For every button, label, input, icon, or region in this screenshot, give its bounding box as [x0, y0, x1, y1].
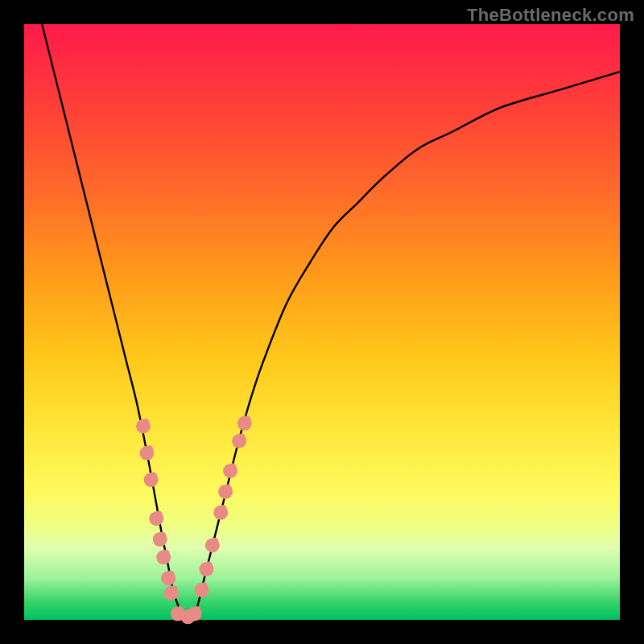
- chart-plot-area: [24, 24, 620, 620]
- chart-frame: TheBottleneck.com: [0, 0, 644, 644]
- marker-dot-small: [193, 606, 200, 613]
- marker-dot-small: [211, 538, 218, 545]
- marker-dot-small: [170, 585, 177, 592]
- marker-dot-small: [142, 419, 150, 426]
- bottleneck-curve: [42, 24, 620, 621]
- marker-dot-small: [229, 464, 237, 471]
- watermark-text: TheBottleneck.com: [467, 5, 634, 26]
- marker-dot-small: [238, 434, 246, 441]
- marker-dot-small: [150, 473, 157, 480]
- marker-dot-small: [163, 550, 170, 557]
- marker-dot-small: [205, 562, 213, 569]
- marker-dot-small: [220, 505, 227, 512]
- marker-group: [136, 415, 252, 624]
- marker-dot-small: [159, 532, 166, 539]
- marker-dot-small: [200, 583, 208, 590]
- marker-dot-small: [146, 445, 153, 452]
- marker-dot-small: [155, 511, 163, 518]
- marker-dot-small: [243, 415, 250, 423]
- chart-overlay-svg: [24, 24, 620, 620]
- marker-dot-small: [225, 484, 232, 491]
- marker-dot-small: [167, 571, 175, 578]
